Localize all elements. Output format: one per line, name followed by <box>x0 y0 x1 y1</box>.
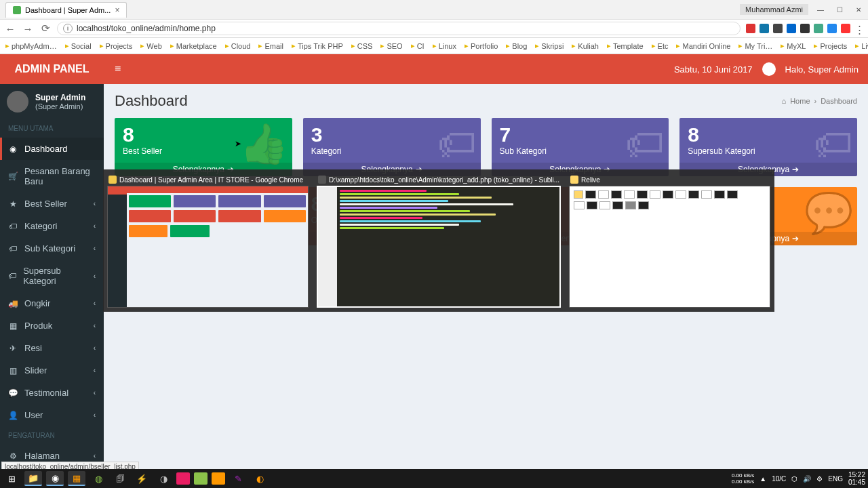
bookmark-item[interactable]: ▸Etc <box>652 41 669 50</box>
ext-icon[interactable] <box>814 24 823 33</box>
sidebar-item-kategori[interactable]: 🏷Kategori‹ <box>0 215 104 237</box>
start-button[interactable]: ⊞ <box>3 471 20 486</box>
ext-icon[interactable] <box>841 24 850 33</box>
browser-tab[interactable]: Dashboard | Super Adm... × <box>5 2 127 18</box>
volume-icon[interactable]: 🔊 <box>803 475 811 483</box>
taskbar-sublime[interactable]: ▦ <box>68 471 85 486</box>
alttab-window-chrome[interactable]: Dashboard | Super Admin Area | IT STORE … <box>107 174 309 308</box>
stat-box-supersub-kategori: 8Supersub Kategori🏷Selengkapnya ➔ <box>679 118 857 176</box>
bookmark-item[interactable]: ▸Skripsi <box>535 41 564 50</box>
taskbar-app[interactable]: 🗐 <box>111 471 129 486</box>
ext-icon[interactable] <box>787 24 796 33</box>
tray-icon[interactable]: ▲ <box>760 475 766 483</box>
folder-icon <box>570 176 578 184</box>
ext-icon[interactable] <box>827 24 837 33</box>
menu-header: MENU UTAMA <box>0 119 104 138</box>
app-topbar: ADMIN PANEL ≡ Sabtu, 10 Juni 2017 Halo, … <box>0 54 868 84</box>
user-avatar-icon[interactable] <box>762 62 776 76</box>
url-input[interactable]: i localhost/toko_online/admin/home.php <box>57 22 741 35</box>
taskbar-app[interactable] <box>212 472 225 485</box>
taskbar-clock[interactable]: 15:22 01:45 <box>848 471 865 486</box>
bookmark-item[interactable]: ▸Cloud <box>225 41 251 50</box>
tab-close-icon[interactable]: × <box>115 5 119 15</box>
bookmark-item[interactable]: ▸MyXL <box>781 41 806 50</box>
ext-icon[interactable] <box>760 24 769 33</box>
site-info-icon[interactable]: i <box>63 24 73 33</box>
sidebar-item-testimonial[interactable]: 💬Testimonial‹ <box>0 382 104 404</box>
sidebar-item-best-seller[interactable]: ★Best Seller‹ <box>0 192 104 215</box>
ext-icon[interactable] <box>746 24 755 33</box>
ext-icon[interactable] <box>773 24 783 33</box>
bookmark-item[interactable]: ▸Tips Trik PHP <box>292 41 343 50</box>
sidebar-item-produk[interactable]: ▦Produk‹ <box>0 314 104 337</box>
sidebar-item-pesanan-barang-baru[interactable]: 🛒Pesanan Barang Baru <box>0 160 104 192</box>
sidebar-item-user[interactable]: 👤User‹ <box>0 404 104 426</box>
sidebar-item-slider[interactable]: ▥Slider‹ <box>0 359 104 382</box>
back-button[interactable]: ← <box>4 23 16 35</box>
maximize-button[interactable]: ☐ <box>830 3 849 16</box>
bookmark-item[interactable]: ▸Mandiri Online <box>676 41 730 50</box>
windows-taskbar[interactable]: ⊞ 📁 ◉ ▦ ◍ 🗐 ⚡ ◑ ✎ ◐ 0.00 kB/s 0.00 kB/s … <box>0 469 868 488</box>
bookmark-item[interactable]: ▸My Tri… <box>738 41 772 50</box>
bookmark-item[interactable]: ▸LiveScore <box>855 41 868 50</box>
menu-icon[interactable]: ⋮ <box>854 24 864 33</box>
taskbar-chrome[interactable]: ◉ <box>46 471 64 486</box>
stat-bg-icon: 🏷 <box>625 121 665 166</box>
bookmark-item[interactable]: ▸Web <box>140 41 161 50</box>
alttab-window-explorer[interactable]: Relive <box>569 174 770 308</box>
taskbar-app[interactable] <box>194 472 208 485</box>
sidebar-item-supersub-kategori[interactable]: 🏷Supersub Kategori‹ <box>0 260 104 292</box>
bookmark-item[interactable]: ▸CI <box>411 41 425 50</box>
alt-tab-switcher[interactable]: Dashboard | Super Admin Area | IT STORE … <box>103 169 774 312</box>
taskbar-steam[interactable]: ◑ <box>155 471 172 486</box>
arrow-circle-icon: ➔ <box>792 165 799 174</box>
sidebar-item-resi[interactable]: ✈Resi‹ <box>0 337 104 359</box>
language-indicator[interactable]: ENG <box>828 475 843 483</box>
bookmark-item[interactable]: ▸phpMyAdm… <box>5 41 57 50</box>
tray-icon[interactable]: ⬡ <box>791 475 797 483</box>
bookmark-item[interactable]: ▸Projects <box>814 41 847 50</box>
stat-box-kategori: 3Kategori🏷Selengkapnya ➔ <box>303 118 481 176</box>
browser-profile[interactable]: Muhammad Azmi <box>740 4 808 15</box>
user-avatar <box>7 91 28 113</box>
chevron-left-icon: ‹ <box>94 389 96 396</box>
brand-logo[interactable]: ADMIN PANEL <box>0 63 104 75</box>
menu-icon: 🚚 <box>8 299 18 308</box>
bookmark-item[interactable]: ▸Marketplace <box>170 41 217 50</box>
bookmark-item[interactable]: ▸Template <box>607 41 644 50</box>
sidebar-item-sub-kategori[interactable]: 🏷Sub Kategori‹ <box>0 237 104 260</box>
tray-icon[interactable]: ⚙ <box>816 475 823 483</box>
bookmark-item[interactable]: ▸Portfolio <box>465 41 498 50</box>
menu-icon: ★ <box>8 199 18 209</box>
bookmark-item[interactable]: ▸Social <box>65 41 92 50</box>
bookmark-item[interactable]: ▸Kuliah <box>572 41 599 50</box>
taskbar-app[interactable]: ✎ <box>229 471 247 486</box>
minimize-button[interactable]: — <box>811 3 830 16</box>
chevron-left-icon: ‹ <box>94 300 96 307</box>
taskbar-explorer[interactable]: 📁 <box>24 471 42 486</box>
menu-icon: ▥ <box>8 366 18 375</box>
taskbar-app[interactable]: ⚡ <box>133 471 151 486</box>
ext-icon[interactable] <box>800 24 810 33</box>
sidebar-item-dashboard[interactable]: ◉Dashboard <box>0 138 104 160</box>
header-greeting[interactable]: Halo, Super Admin <box>785 64 859 75</box>
breadcrumb-home[interactable]: Home <box>790 97 810 105</box>
sidebar-toggle-button[interactable]: ≡ <box>104 63 132 75</box>
bookmark-item[interactable]: ▸Projects <box>100 41 133 50</box>
bookmark-item[interactable]: ▸Email <box>258 41 283 50</box>
stat-bg-icon: 🏷 <box>437 121 477 166</box>
close-button[interactable]: ✕ <box>849 3 868 16</box>
bookmark-item[interactable]: ▸Blog <box>506 41 527 50</box>
taskbar-app[interactable] <box>176 472 190 485</box>
menu-icon: 👤 <box>8 411 18 420</box>
sidebar-item-ongkir[interactable]: 🚚Ongkir‹ <box>0 292 104 314</box>
bookmark-item[interactable]: ▸Linux <box>433 41 456 50</box>
reload-button[interactable]: ⟳ <box>39 22 52 35</box>
taskbar-app[interactable]: ◍ <box>90 471 107 486</box>
bookmark-item[interactable]: ▸CSS <box>351 41 373 50</box>
menu-icon: ▦ <box>8 321 18 331</box>
alttab-window-sublime[interactable]: D:\xampp\htdocs\toko_online\Admin\katego… <box>317 174 561 308</box>
taskbar-app[interactable]: ◐ <box>251 471 269 486</box>
forward-button[interactable]: → <box>22 23 34 35</box>
bookmark-item[interactable]: ▸SEO <box>380 41 402 50</box>
